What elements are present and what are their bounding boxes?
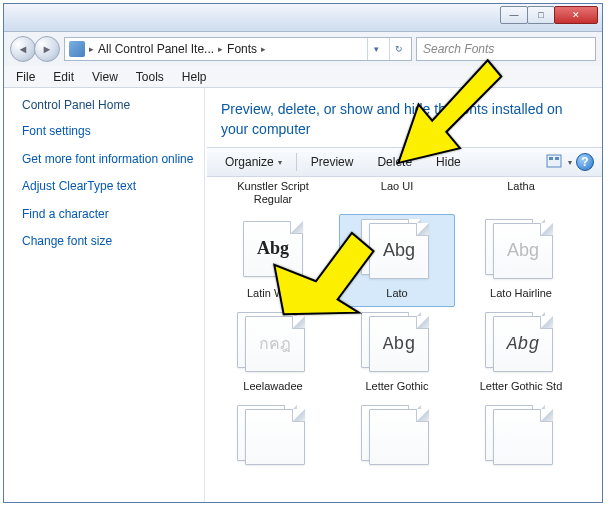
sidebar-link-font-size[interactable]: Change font size (22, 234, 196, 250)
main-pane: Preview, delete, or show and hide the fo… (204, 88, 602, 502)
nav-bar: ◄ ► ▸ All Control Panel Ite... ▸ Fonts ▸… (4, 32, 602, 66)
titlebar: — □ ✕ (4, 4, 602, 32)
address-dropdown-button[interactable]: ▾ (367, 38, 385, 60)
organize-label: Organize (225, 155, 274, 169)
font-thumb (361, 405, 433, 469)
font-item-latin-wide[interactable]: Abg Latin Wide (215, 214, 331, 307)
help-button[interactable]: ? (576, 153, 594, 171)
nav-back-forward: ◄ ► (10, 36, 60, 62)
view-options-button[interactable] (546, 154, 564, 170)
font-sample: Abg (257, 238, 289, 259)
main-heading: Preview, delete, or show and hide the fo… (207, 88, 602, 147)
close-button[interactable]: ✕ (554, 6, 598, 24)
font-label: Lao UI (342, 180, 452, 193)
sidebar: Control Panel Home Font settings Get mor… (4, 88, 204, 502)
font-thumb: Abg (485, 312, 557, 376)
font-item-partial[interactable] (463, 400, 579, 476)
sidebar-link-font-settings[interactable]: Font settings (22, 124, 196, 140)
font-label: Lato (342, 287, 452, 300)
hide-button[interactable]: Hide (426, 152, 471, 172)
dropdown-icon: ▾ (278, 158, 282, 167)
breadcrumb-sep: ▸ (89, 44, 94, 54)
font-row: Kunstler Script Regular Lao UI Latha (215, 179, 594, 213)
font-item-kunstler[interactable]: Kunstler Script Regular (215, 179, 331, 213)
font-folder-icon (69, 41, 85, 57)
font-label: Latin Wide (218, 287, 328, 300)
sidebar-title[interactable]: Control Panel Home (22, 98, 196, 112)
font-thumb (485, 405, 557, 469)
preview-button[interactable]: Preview (301, 152, 364, 172)
sidebar-link-more-info[interactable]: Get more font information online (22, 152, 196, 168)
delete-button[interactable]: Delete (367, 152, 422, 172)
font-sample: กคฎ (259, 331, 291, 356)
font-sample: Abg (383, 240, 415, 261)
content-area: Control Panel Home Font settings Get mor… (4, 88, 602, 502)
search-input[interactable]: Search Fonts (416, 37, 596, 61)
font-sample: Abg (383, 334, 415, 354)
menu-file[interactable]: File (8, 68, 43, 86)
breadcrumb-1[interactable]: All Control Panel Ite... (98, 42, 214, 56)
sidebar-link-cleartype[interactable]: Adjust ClearType text (22, 179, 196, 195)
font-label: Lato Hairline (466, 287, 576, 300)
font-item-lato-hairline[interactable]: Abg Lato Hairline (463, 214, 579, 307)
breadcrumb-sep: ▸ (261, 44, 266, 54)
font-label: Latha (466, 180, 576, 193)
font-row (215, 400, 594, 476)
refresh-button[interactable]: ↻ (389, 38, 407, 60)
menu-bar: File Edit View Tools Help (4, 66, 602, 88)
svg-rect-2 (555, 157, 559, 160)
font-grid: Kunstler Script Regular Lao UI Latha Abg… (207, 177, 602, 502)
font-thumb (237, 405, 309, 469)
font-item-letter-gothic-std[interactable]: Abg Letter Gothic Std (463, 307, 579, 400)
separator (296, 153, 297, 171)
breadcrumb-sep: ▸ (218, 44, 223, 54)
font-item-lato[interactable]: Abg Lato (339, 214, 455, 307)
font-sample: Abg (507, 240, 539, 261)
menu-view[interactable]: View (84, 68, 126, 86)
minimize-button[interactable]: — (500, 6, 528, 24)
font-label: Letter Gothic Std (466, 380, 576, 393)
maximize-button[interactable]: □ (527, 6, 555, 24)
font-label: Kunstler Script Regular (218, 180, 328, 206)
font-sample: Abg (507, 334, 539, 354)
font-item-leelawadee[interactable]: กคฎ Leelawadee (215, 307, 331, 400)
font-label: Letter Gothic (342, 380, 452, 393)
font-item-latha[interactable]: Latha (463, 179, 579, 213)
font-thumb: Abg (361, 219, 433, 283)
toolbar: Organize ▾ Preview Delete Hide ▾ ? (207, 147, 602, 177)
menu-tools[interactable]: Tools (128, 68, 172, 86)
breadcrumb-2[interactable]: Fonts (227, 42, 257, 56)
svg-rect-1 (549, 157, 553, 160)
font-item-partial[interactable] (339, 400, 455, 476)
menu-help[interactable]: Help (174, 68, 215, 86)
menu-edit[interactable]: Edit (45, 68, 82, 86)
svg-rect-0 (547, 155, 561, 167)
organize-button[interactable]: Organize ▾ (215, 152, 292, 172)
font-item-partial[interactable] (215, 400, 331, 476)
forward-button[interactable]: ► (34, 36, 60, 62)
back-button[interactable]: ◄ (10, 36, 36, 62)
font-item-lao-ui[interactable]: Lao UI (339, 179, 455, 213)
font-thumb: Abg (361, 312, 433, 376)
window-frame: — □ ✕ ◄ ► ▸ All Control Panel Ite... ▸ F… (3, 3, 603, 503)
address-bar[interactable]: ▸ All Control Panel Ite... ▸ Fonts ▸ ▾ ↻ (64, 37, 412, 61)
font-thumb: Abg (237, 219, 309, 283)
font-item-letter-gothic[interactable]: Abg Letter Gothic (339, 307, 455, 400)
font-thumb: กคฎ (237, 312, 309, 376)
font-row: กคฎ Leelawadee Abg Letter Gothic (215, 307, 594, 400)
sidebar-link-find-char[interactable]: Find a character (22, 207, 196, 223)
window-controls: — □ ✕ (501, 6, 598, 24)
font-row: Abg Latin Wide Abg Lato Abg (215, 214, 594, 307)
font-label: Leelawadee (218, 380, 328, 393)
view-dropdown-icon[interactable]: ▾ (568, 158, 572, 167)
font-thumb: Abg (485, 219, 557, 283)
